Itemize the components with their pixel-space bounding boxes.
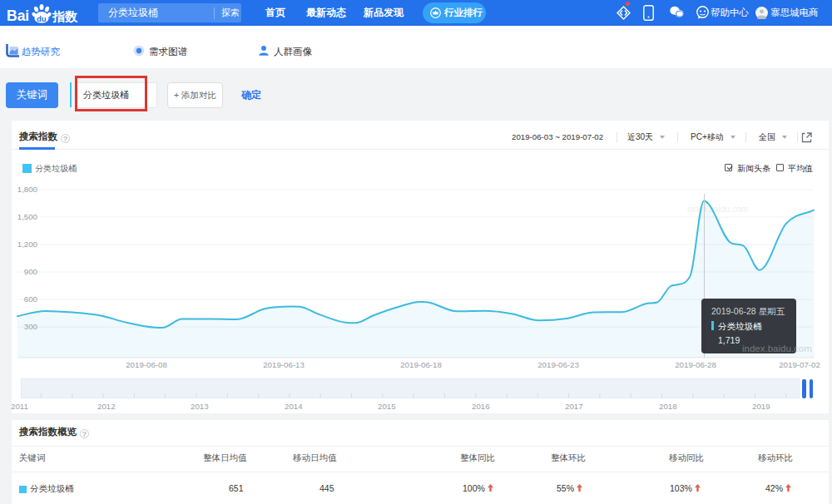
svg-text:指数: 指数 (52, 9, 78, 23)
svg-text:Bai: Bai (7, 7, 29, 24)
svg-text:du: du (37, 14, 47, 23)
